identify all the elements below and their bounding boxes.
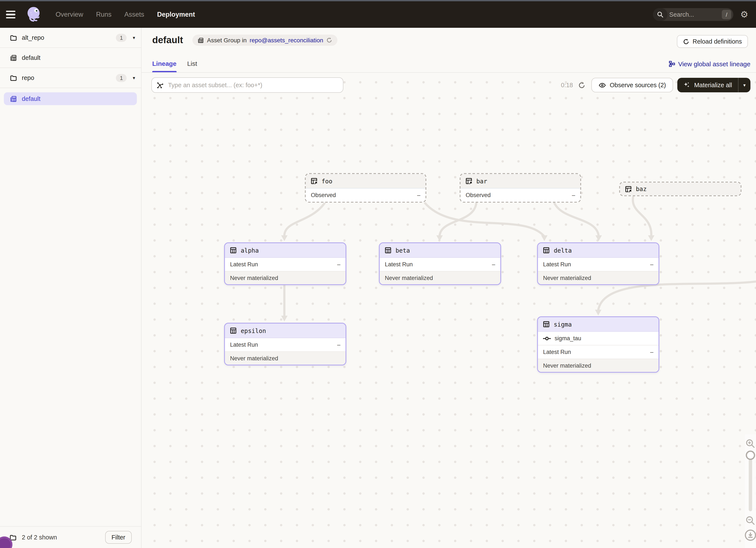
- status-label: Never materialized: [385, 274, 433, 281]
- asset-node-foo[interactable]: foo Observed –: [305, 173, 426, 203]
- asset-node-header[interactable]: epsilon: [225, 323, 346, 338]
- chevron-down-icon[interactable]: ▾: [133, 75, 135, 81]
- asset-node-header[interactable]: beta: [380, 243, 500, 258]
- asset-node-header[interactable]: sigma: [538, 317, 659, 332]
- zoom-in-icon[interactable]: [745, 438, 756, 449]
- materialize-all-split-button: Materialize all ▾: [678, 78, 750, 92]
- view-tabs: Lineage List: [152, 60, 197, 72]
- materialize-all-label: Materialize all: [694, 82, 732, 89]
- asset-node-title: alpha: [241, 247, 259, 254]
- top-nav: Overview Runs Assets Deployment / ⚙: [0, 1, 756, 28]
- gear-icon[interactable]: ⚙: [740, 10, 748, 19]
- graph-query-icon: [156, 81, 164, 89]
- asset-node-header[interactable]: baz: [620, 183, 741, 195]
- status-label: Never materialized: [230, 274, 278, 281]
- nav-item-runs[interactable]: Runs: [96, 11, 111, 18]
- reload-definitions-button[interactable]: Reload definitions: [677, 35, 748, 48]
- latest-run-label: Latest Run: [543, 261, 571, 268]
- sidebar-item-default-selected[interactable]: default: [4, 92, 137, 105]
- asset-node-header[interactable]: alpha: [225, 243, 346, 258]
- search-box[interactable]: /: [653, 8, 733, 21]
- observe-sources-button[interactable]: Observe sources (2): [591, 78, 673, 92]
- asset-node-title: baz: [636, 186, 647, 192]
- materialization-status: Never materialized: [538, 271, 659, 284]
- sidebar-item-default-alt[interactable]: default: [0, 48, 141, 68]
- asset-node-delta[interactable]: delta Latest Run – Never materialized: [537, 243, 659, 285]
- asset-node-bar[interactable]: bar Observed –: [460, 173, 581, 203]
- caret-down-icon[interactable]: ▾: [738, 78, 750, 92]
- observed-value: –: [417, 192, 420, 198]
- asset-node-beta[interactable]: beta Latest Run – Never materialized: [379, 243, 501, 285]
- folder-icon: [10, 74, 17, 81]
- asset-node-title: sigma: [554, 321, 572, 328]
- sidebar-item-repo[interactable]: repo 1 ▾: [0, 68, 141, 88]
- nav-item-overview[interactable]: Overview: [56, 11, 83, 18]
- materialization-status: Never materialized: [225, 351, 346, 365]
- lineage-canvas[interactable]: 0:18 Observe sources (2): [142, 73, 756, 548]
- chevron-down-icon[interactable]: ▾: [133, 35, 135, 40]
- search-shortcut-key: /: [722, 10, 731, 19]
- nav-items: Overview Runs Assets Deployment: [56, 11, 195, 18]
- nav-item-assets[interactable]: Assets: [124, 11, 144, 18]
- asset-check-row[interactable]: sigma_tau: [538, 332, 659, 345]
- materialization-status: Never materialized: [538, 359, 659, 372]
- search-icon: [653, 8, 667, 21]
- latest-run-value: –: [337, 261, 340, 268]
- view-global-asset-lineage-label: View global asset lineage: [678, 60, 750, 68]
- asset-subset-filter[interactable]: [151, 77, 343, 93]
- asset-node-baz[interactable]: baz: [619, 182, 741, 196]
- download-image-icon[interactable]: [744, 529, 756, 542]
- materialization-status: Never materialized: [225, 271, 346, 284]
- page-title: default: [152, 35, 183, 46]
- sidebar-footer: 2 of 2 shown Filter: [0, 526, 141, 548]
- asset-node-header[interactable]: bar: [461, 174, 580, 189]
- asset-node-alpha[interactable]: alpha Latest Run – Never materialized: [224, 243, 346, 285]
- latest-run-label: Latest Run: [230, 261, 258, 268]
- page-header: default Asset Group in repo@assets_recon…: [142, 28, 756, 73]
- code-location-link[interactable]: repo@assets_reconciliation: [250, 37, 323, 44]
- asset-check-label: sigma_tau: [555, 335, 581, 341]
- table-icon: [230, 247, 237, 254]
- tab-list[interactable]: List: [187, 60, 197, 72]
- lineage-graph-icon: [669, 61, 675, 67]
- reload-definitions-label: Reload definitions: [693, 38, 742, 45]
- asset-node-sigma[interactable]: sigma sigma_tau Latest Run – Never mater…: [537, 316, 659, 373]
- latest-run-value: –: [650, 261, 653, 268]
- materialization-status: Never materialized: [380, 271, 500, 284]
- asset-node-header[interactable]: foo: [306, 174, 425, 189]
- asset-group-icon: [10, 54, 17, 61]
- zoom-slider-handle[interactable]: [746, 450, 755, 460]
- folder-icon: [10, 34, 17, 41]
- dagster-logo[interactable]: [24, 5, 44, 24]
- status-label: Never materialized: [543, 274, 591, 281]
- source-table-icon: [465, 178, 473, 185]
- asset-subset-input[interactable]: [167, 81, 339, 89]
- graph-toolbar: 0:18 Observe sources (2): [151, 77, 750, 93]
- sidebar-item-alt-repo[interactable]: alt_repo 1 ▾: [0, 28, 141, 48]
- nav-item-deployment[interactable]: Deployment: [157, 11, 195, 18]
- table-icon: [543, 320, 550, 328]
- hamburger-icon[interactable]: [6, 7, 21, 22]
- eye-icon: [599, 81, 606, 89]
- refresh-icon[interactable]: [326, 37, 332, 43]
- zoom-controls: [739, 437, 756, 543]
- code-location-sidebar: alt_repo 1 ▾ default repo 1 ▾: [0, 28, 142, 548]
- refresh-icon[interactable]: [578, 81, 585, 89]
- sparkle-icon: [684, 82, 690, 89]
- asset-node-header[interactable]: delta: [538, 243, 659, 258]
- source-table-icon: [310, 178, 318, 185]
- observed-row: Observed –: [306, 189, 425, 202]
- zoom-slider[interactable]: [749, 452, 752, 511]
- asset-node-epsilon[interactable]: epsilon Latest Run – Never materialized: [224, 323, 346, 365]
- latest-run-label: Latest Run: [385, 261, 413, 268]
- shown-count-label: 2 of 2 shown: [22, 534, 57, 541]
- filter-button[interactable]: Filter: [105, 531, 132, 544]
- view-global-asset-lineage-link[interactable]: View global asset lineage: [669, 60, 750, 68]
- zoom-out-icon[interactable]: [745, 515, 756, 526]
- materialize-all-button[interactable]: Materialize all: [678, 78, 738, 92]
- observed-value: –: [572, 192, 575, 198]
- sidebar-item-label: default: [22, 54, 135, 61]
- latest-run-label: Latest Run: [543, 349, 571, 355]
- search-input[interactable]: [667, 11, 722, 18]
- tab-lineage[interactable]: Lineage: [152, 60, 176, 72]
